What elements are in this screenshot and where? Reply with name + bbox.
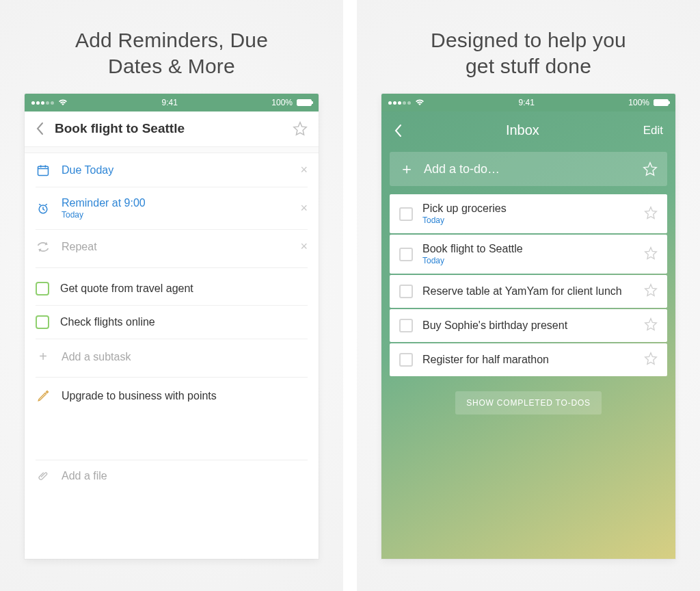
reminder-label: Reminder at 9:00 [62, 197, 289, 209]
battery-icon [297, 99, 312, 106]
add-todo-input[interactable]: ＋ Add a to-do… [390, 152, 667, 186]
reminder-row[interactable]: Reminder at 9:00 Today × [36, 187, 308, 230]
detail-header: Book flight to Seattle [25, 111, 319, 146]
todo-sub: Today [422, 256, 634, 265]
add-todo-placeholder: Add a to-do… [424, 162, 500, 176]
wifi-icon [415, 99, 425, 106]
add-file-label: Add a file [62, 470, 107, 482]
status-bar: 9:41 100% [25, 94, 319, 111]
due-date-row[interactable]: Due Today × [36, 153, 308, 187]
todo-checkbox[interactable] [399, 285, 413, 298]
headline-left: Add Reminders, DueDates & More [75, 27, 268, 79]
star-button[interactable] [644, 352, 658, 368]
edit-button[interactable]: Edit [643, 124, 663, 137]
todo-item[interactable]: Book flight to Seattle Today [390, 235, 667, 274]
todo-item[interactable]: Buy Sophie's birthday present [390, 309, 667, 342]
todo-list: Pick up groceries Today Book flight to S… [390, 194, 667, 376]
signal-dots-icon [31, 101, 54, 105]
subtask-label: Check flights online [60, 316, 155, 328]
todo-checkbox[interactable] [399, 353, 413, 367]
due-label: Due Today [62, 164, 289, 176]
todo-item[interactable]: Pick up groceries Today [390, 194, 667, 233]
plus-icon: ＋ [399, 161, 414, 176]
todo-title: Book flight to Seattle [422, 243, 634, 255]
clear-reminder-button[interactable]: × [300, 201, 308, 215]
plus-icon: + [36, 349, 51, 365]
todo-title: Buy Sophie's birthday present [422, 319, 634, 332]
star-button[interactable] [643, 161, 658, 176]
battery-icon [654, 99, 669, 106]
subtask-label: Get quote from travel agent [60, 283, 193, 295]
todo-sub: Today [422, 215, 634, 225]
repeat-row[interactable]: Repeat × [36, 230, 308, 263]
star-button[interactable] [644, 206, 658, 222]
todo-checkbox[interactable] [399, 207, 413, 221]
promo-panel-left: Add Reminders, DueDates & More 9:41 100% [0, 0, 350, 591]
paperclip-icon [36, 470, 51, 482]
todo-checkbox[interactable] [399, 319, 413, 332]
show-completed-button[interactable]: SHOW COMPLETED TO-DOS [455, 391, 602, 415]
inbox-title: Inbox [506, 122, 539, 138]
todo-item[interactable]: Reserve table at YamYam for client lunch [390, 275, 667, 308]
todo-title: Reserve table at YamYam for client lunch [422, 285, 634, 298]
star-button[interactable] [644, 317, 658, 334]
subtask-checkbox[interactable] [36, 282, 49, 296]
todo-item[interactable]: Register for half marathon [390, 343, 667, 376]
subtask-row[interactable]: Check flights online [36, 306, 308, 339]
calendar-icon [36, 163, 51, 177]
phone-screen-inbox: 9:41 100% Inbox Edit ＋ Add a to-do… [381, 94, 675, 559]
inbox-header: Inbox Edit [381, 111, 675, 152]
svg-rect-0 [38, 166, 49, 175]
subtask-checkbox[interactable] [36, 315, 49, 329]
star-button[interactable] [644, 283, 658, 300]
status-time: 9:41 [518, 98, 534, 107]
promo-panel-right: Designed to help youget stuff done 9:41 … [350, 0, 700, 591]
phone-screen-detail: 9:41 100% Book flight to Seattle [25, 94, 319, 559]
star-button[interactable] [293, 121, 308, 136]
reminder-sub: Today [62, 210, 289, 220]
add-subtask-row[interactable]: + Add a subtask [36, 339, 308, 374]
add-subtask-label: Add a subtask [62, 351, 131, 363]
headline-right: Designed to help youget stuff done [431, 27, 626, 79]
subtask-row[interactable]: Get quote from travel agent [36, 272, 308, 306]
add-file-row[interactable]: Add a file [36, 460, 308, 492]
task-title[interactable]: Book flight to Seattle [55, 121, 282, 136]
back-button[interactable] [394, 124, 402, 137]
alarm-icon [36, 202, 51, 215]
back-button[interactable] [36, 122, 44, 135]
note-text: Upgrade to business with points [62, 390, 217, 402]
clear-due-button[interactable]: × [300, 163, 308, 177]
note-row[interactable]: Upgrade to business with points [36, 380, 308, 412]
status-battery-text: 100% [271, 98, 293, 107]
repeat-label: Repeat [62, 241, 289, 253]
signal-dots-icon [388, 101, 411, 105]
star-button[interactable] [644, 246, 658, 263]
pencil-icon [36, 390, 51, 402]
status-bar: 9:41 100% [381, 94, 675, 111]
clear-repeat-button[interactable]: × [300, 239, 308, 254]
status-battery-text: 100% [628, 98, 649, 107]
wifi-icon [58, 99, 68, 106]
repeat-icon [36, 240, 51, 254]
todo-title: Register for half marathon [422, 354, 634, 366]
status-time: 9:41 [161, 98, 177, 107]
todo-checkbox[interactable] [399, 248, 413, 261]
todo-title: Pick up groceries [422, 202, 634, 215]
